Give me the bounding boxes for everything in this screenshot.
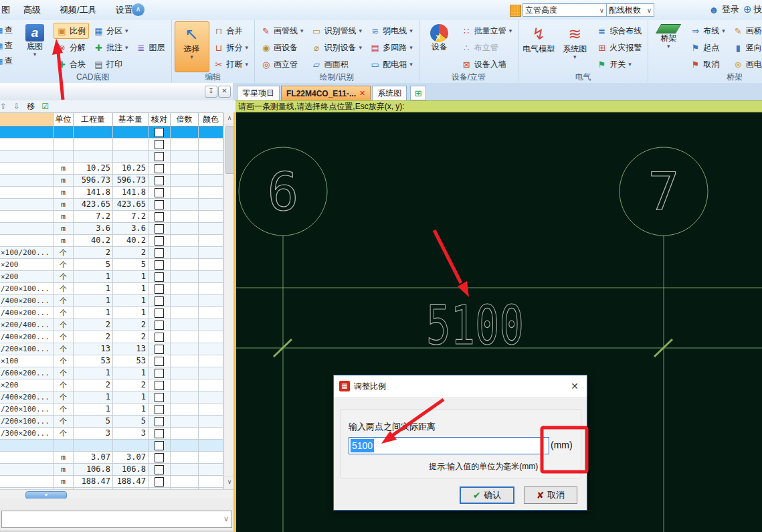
close-icon[interactable]: ✕ bbox=[568, 381, 581, 391]
ribbon-button-图层[interactable]: ≣图层 bbox=[133, 39, 169, 56]
login-button[interactable]: ☻ 登录 bbox=[708, 3, 739, 15]
checkbox[interactable] bbox=[155, 272, 164, 282]
table-row[interactable]: m3.073.07 bbox=[0, 452, 223, 464]
checkbox[interactable] bbox=[155, 200, 164, 209]
down-arrow-icon[interactable]: ⇩ bbox=[13, 102, 20, 111]
checkbox[interactable] bbox=[155, 357, 164, 366]
table-row[interactable] bbox=[0, 440, 223, 452]
checkbox[interactable] bbox=[155, 260, 164, 270]
ribbon-button-画管线[interactable]: ✎画管线▾ bbox=[258, 23, 307, 39]
ribbon-button-识别管线[interactable]: ▭识别管线▾ bbox=[308, 23, 366, 39]
ribbon-button-画电井[interactable]: ⊗画电井 bbox=[730, 56, 762, 72]
ribbon-button-桥架[interactable]: 桥架▾ bbox=[651, 21, 686, 72]
ribbon-button-多回路[interactable]: ▤多回路▾ bbox=[367, 39, 416, 56]
table-row[interactable]: /200×100...个11 bbox=[0, 404, 223, 416]
column-header-name[interactable] bbox=[0, 113, 54, 126]
ribbon-button-批量立管[interactable]: ∷批量立管▾ bbox=[458, 23, 516, 39]
ribbon-button-设备入墙[interactable]: ⊠设备入墙 bbox=[458, 56, 516, 72]
tab-close-icon[interactable]: ✕ bbox=[359, 89, 365, 98]
checkbox[interactable] bbox=[155, 224, 164, 234]
ribbon-button-起点[interactable]: ⚑起点 bbox=[687, 39, 729, 56]
table-row[interactable]: /400×200...个11 bbox=[0, 307, 223, 319]
table-row[interactable]: /400×200...个11 bbox=[0, 391, 223, 404]
checkbox[interactable] bbox=[155, 405, 164, 414]
ribbon-button-打印[interactable]: ▤打印 bbox=[90, 56, 132, 72]
table-row[interactable] bbox=[0, 126, 223, 139]
ribbon-button-布线[interactable]: ⇒布线▾ bbox=[687, 23, 729, 39]
document-tab-零星项目[interactable]: 零星项目 bbox=[237, 86, 280, 100]
ribbon-button-比例[interactable]: ▣比例 bbox=[54, 23, 89, 39]
column-header-倍数[interactable]: 倍数 bbox=[171, 113, 199, 126]
distance-input[interactable]: 5100 bbox=[349, 437, 549, 454]
column-header-基本量[interactable]: 基本量 bbox=[113, 113, 149, 126]
checkbox[interactable] bbox=[155, 188, 164, 197]
table-row[interactable]: /300×200...个33 bbox=[0, 428, 223, 440]
clipped-button[interactable]: ▦查 bbox=[0, 38, 13, 54]
help-button[interactable]: ⊕ 技 bbox=[743, 3, 762, 15]
table-row[interactable]: /600×200...个11 bbox=[0, 367, 223, 379]
table-row[interactable]: m3.63.6 bbox=[0, 223, 223, 235]
ribbon-button-取消[interactable]: ⚑取消 bbox=[687, 56, 729, 72]
checkbox[interactable] bbox=[155, 284, 164, 294]
ribbon-button-系统图[interactable]: ≋系统图▾ bbox=[557, 21, 592, 72]
dialog-titlebar[interactable]: ▦ 调整比例 ✕ bbox=[334, 375, 587, 397]
wire-count-combo[interactable]: 配线根数 ∨ bbox=[606, 3, 654, 17]
checkbox[interactable] bbox=[155, 152, 164, 161]
ribbon-button-批注[interactable]: ✚批注▾ bbox=[90, 39, 132, 56]
bottom-combobox[interactable]: ∨ bbox=[1, 511, 232, 528]
ribbon-button-画面积[interactable]: ▱画面积 bbox=[308, 56, 366, 72]
ribbon-button-开关[interactable]: ⚑开关▾ bbox=[593, 56, 645, 72]
menu-item-高级[interactable]: 高级 bbox=[14, 4, 50, 16]
table-row[interactable]: ×200个22 bbox=[0, 379, 223, 391]
confirm-button[interactable]: ✔ 确认 bbox=[460, 486, 514, 504]
ribbon-button-电气模型[interactable]: ↯电气模型 bbox=[521, 21, 556, 72]
checkbox[interactable] bbox=[155, 345, 164, 354]
table-row[interactable]: ×200个11 bbox=[0, 271, 223, 283]
horizontal-scrollbar[interactable]: ▼ bbox=[0, 489, 235, 499]
move-button[interactable]: 移 bbox=[27, 101, 35, 112]
ribbon-button-弱电线[interactable]: ≋弱电线▾ bbox=[367, 23, 416, 39]
table-row[interactable] bbox=[0, 151, 223, 163]
table-row[interactable]: m106.8106.8 bbox=[0, 464, 223, 476]
table-row[interactable]: m188.47188.47 bbox=[0, 476, 223, 488]
checkbox[interactable] bbox=[155, 236, 164, 246]
ribbon-button-选择[interactable]: ↖选择▾ bbox=[175, 21, 209, 72]
cancel-button[interactable]: ✘ 取消 bbox=[524, 486, 577, 504]
table-row[interactable]: ×100/200...个22 bbox=[0, 247, 223, 259]
ribbon-button-设备[interactable]: 设备 bbox=[422, 21, 457, 72]
checkbox[interactable] bbox=[155, 393, 164, 402]
checkbox[interactable] bbox=[155, 381, 164, 390]
new-document-icon[interactable]: ⊞ bbox=[410, 86, 426, 100]
checkbox[interactable] bbox=[155, 212, 164, 221]
checkbox[interactable] bbox=[155, 369, 164, 378]
column-header-单位[interactable]: 单位 bbox=[54, 113, 74, 126]
checkbox[interactable] bbox=[155, 465, 164, 474]
ribbon-button-打断[interactable]: ✂打断▾ bbox=[211, 56, 252, 72]
document-tab-FL22M4CO_E11-...[interactable]: FL22M4CO_E11-...✕ bbox=[281, 86, 371, 100]
table-row[interactable]: m40.240.2 bbox=[0, 235, 223, 247]
menu-item-图[interactable]: 图 bbox=[0, 4, 14, 16]
checkbox[interactable] bbox=[155, 176, 164, 185]
column-header-颜色[interactable]: 颜色 bbox=[199, 113, 223, 126]
ribbon-button-合并[interactable]: ⊓合并 bbox=[211, 23, 252, 39]
checkbox[interactable] bbox=[155, 441, 164, 450]
pin-icon[interactable]: ↧ bbox=[205, 86, 217, 98]
ribbon-button-画设备[interactable]: ◉画设备 bbox=[258, 39, 307, 56]
ribbon-button-识别设备[interactable]: ⌀识别设备▾ bbox=[308, 39, 366, 56]
table-row[interactable]: ×100个5353 bbox=[0, 355, 223, 367]
table-row[interactable]: /400×200...个22 bbox=[0, 331, 223, 343]
document-tab-系统图[interactable]: 系统图 bbox=[372, 86, 407, 100]
checkbox[interactable] bbox=[155, 321, 164, 330]
ribbon-button-火灾报警[interactable]: ⊞火灾报警 bbox=[593, 39, 645, 56]
table-row[interactable]: /200×100...个1313 bbox=[0, 343, 223, 355]
table-row[interactable]: ×200个55 bbox=[0, 259, 223, 271]
table-row[interactable]: /200×100...个11 bbox=[0, 283, 223, 295]
table-row[interactable] bbox=[0, 139, 223, 151]
table-row[interactable]: /400×200...个11 bbox=[0, 295, 223, 307]
table-row[interactable]: m141.8141.8 bbox=[0, 187, 223, 199]
checkbox[interactable] bbox=[155, 417, 164, 426]
clipped-button[interactable]: ▦查▾ bbox=[0, 23, 13, 38]
ribbon-button-竖向桥架[interactable]: ▮竖向桥架 bbox=[730, 39, 762, 56]
checkbox[interactable] bbox=[155, 333, 164, 342]
clipped-button[interactable]: ▦查 bbox=[0, 54, 13, 69]
